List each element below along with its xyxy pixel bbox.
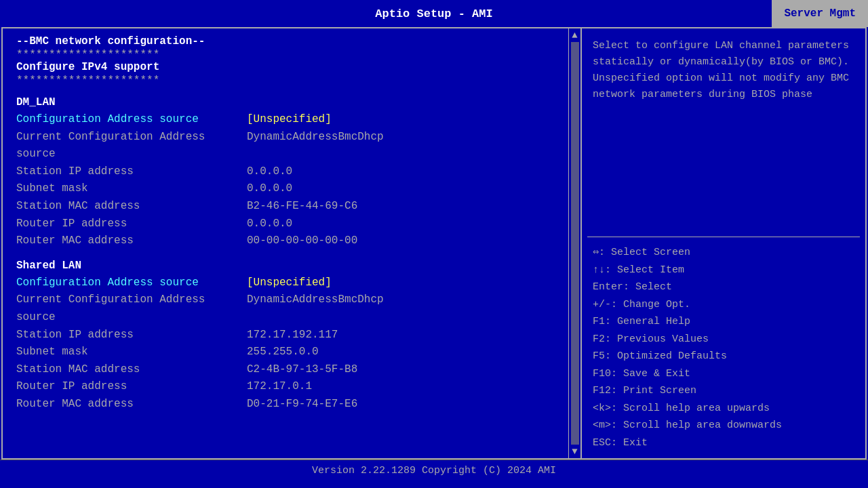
- ipv4-header: Configure IPv4 support: [16, 61, 555, 73]
- right-panel: Select to configure LAN channel paramete…: [580, 28, 865, 458]
- key-entry-0: ⇔: Select Screen: [593, 244, 854, 262]
- dm-lan-label-1: Current Configuration Address: [16, 129, 247, 146]
- main-content: --BMC network configuration-- **********…: [1, 27, 867, 460]
- dm-lan-value-6: 0.0.0.0: [247, 216, 292, 233]
- dm-lan-value-3: 0.0.0.0: [247, 163, 292, 181]
- left-panel: --BMC network configuration-- **********…: [3, 28, 568, 458]
- dm-lan-row-7: Router MAC address00-00-00-00-00-00: [16, 232, 555, 250]
- shared-lan-label-0: Configuration Address source: [16, 274, 247, 292]
- shared-lan-label-6: Router IP address: [16, 378, 247, 396]
- dm-lan-row-3: Station IP address0.0.0.0: [16, 163, 555, 181]
- shared-lan-row-4: Subnet mask255.255.0.0: [16, 344, 555, 361]
- asterisks2: **********************: [16, 75, 555, 87]
- shared-lan-row-2: source: [16, 309, 555, 327]
- key-entry-6: F5: Optimized Defaults: [593, 348, 854, 365]
- dm-lan-rows: Configuration Address source[Unspecified…: [16, 111, 555, 250]
- shared-lan-label-7: Router MAC address: [16, 396, 247, 413]
- key-entry-5: F2: Previous Values: [593, 331, 854, 348]
- shared-lan-row-5: Station MAC addressC2-4B-97-13-5F-B8: [16, 361, 555, 379]
- title-bar: Aptio Setup - AMI Server Mgmt: [0, 0, 868, 27]
- key-entry-1: ↑↓: Select Item: [593, 262, 854, 279]
- key-entry-4: F1: General Help: [593, 313, 854, 331]
- shared-lan-value-4: 255.255.0.0: [247, 344, 319, 361]
- dm-lan-value-0: [Unspecified]: [247, 111, 332, 129]
- title-text: Aptio Setup - AMI: [375, 7, 492, 20]
- shared-lan-value-6: 172.17.0.1: [247, 378, 312, 396]
- shared-lan-value-5: C2-4B-97-13-5F-B8: [247, 361, 357, 379]
- dm-lan-label-6: Router IP address: [16, 216, 247, 233]
- dm-lan-value-4: 0.0.0.0: [247, 180, 292, 198]
- dm-lan-row-1: Current Configuration AddressDynamicAddr…: [16, 129, 555, 146]
- dm-lan-row-0[interactable]: Configuration Address source[Unspecified…: [16, 111, 555, 129]
- scrollbar-up-arrow[interactable]: ▲: [572, 30, 577, 41]
- dm-lan-label-4: Subnet mask: [16, 180, 247, 198]
- bmc-config-header: --BMC network configuration--: [16, 35, 555, 47]
- dm-lan-row-6: Router IP address0.0.0.0: [16, 216, 555, 233]
- footer-text: Version 2.22.1289 Copyright (C) 2024 AMI: [312, 465, 556, 476]
- dm-lan-label-3: Station IP address: [16, 163, 247, 181]
- dm-lan-label-0: Configuration Address source: [16, 111, 247, 129]
- key-entry-11: ESC: Exit: [593, 434, 854, 452]
- shared-lan-row-6: Router IP address172.17.0.1: [16, 378, 555, 396]
- dm-lan-row-5: Station MAC addressB2-46-FE-44-69-C6: [16, 198, 555, 216]
- help-area: Select to configure LAN channel paramete…: [582, 28, 865, 237]
- shared-lan-title: Shared LAN: [16, 260, 555, 272]
- shared-lan-row-1: Current Configuration AddressDynamicAddr…: [16, 291, 555, 309]
- shared-lan-value-7: D0-21-F9-74-E7-E6: [247, 396, 357, 413]
- shared-lan-label-3: Station IP address: [16, 327, 247, 344]
- scrollbar[interactable]: ▲ ▼: [568, 28, 580, 458]
- key-entry-9: <k>: Scroll help area upwards: [593, 400, 854, 418]
- dm-lan-label-2: source: [16, 146, 247, 163]
- shared-lan-row-0[interactable]: Configuration Address source[Unspecified…: [16, 274, 555, 292]
- dm-lan-value-7: 00-00-00-00-00-00: [247, 232, 357, 250]
- shared-lan-row-3: Station IP address172.17.192.117: [16, 327, 555, 344]
- key-entry-3: +/-: Change Opt.: [593, 296, 854, 314]
- dm-lan-row-2: source: [16, 146, 555, 163]
- shared-lan-rows: Configuration Address source[Unspecified…: [16, 274, 555, 413]
- shared-lan-label-5: Station MAC address: [16, 361, 247, 379]
- shared-lan-label-1: Current Configuration Address: [16, 291, 247, 309]
- dm-lan-label-5: Station MAC address: [16, 198, 247, 216]
- asterisks1: **********************: [16, 49, 555, 61]
- shared-lan-value-1: DynamicAddressBmcDhcp: [247, 291, 384, 309]
- dm-lan-value-5: B2-46-FE-44-69-C6: [247, 198, 357, 216]
- shared-lan-value-3: 172.17.192.117: [247, 327, 338, 344]
- key-entry-10: <m>: Scroll help area downwards: [593, 417, 854, 434]
- shared-lan-label-2: source: [16, 309, 247, 327]
- scrollbar-down-arrow[interactable]: ▼: [572, 446, 577, 457]
- server-mgmt-badge: Server Mgmt: [772, 0, 868, 27]
- key-entry-2: Enter: Select: [593, 279, 854, 296]
- dm-lan-value-1: DynamicAddressBmcDhcp: [247, 129, 384, 146]
- key-entry-8: F12: Print Screen: [593, 382, 854, 400]
- shared-lan-row-7: Router MAC addressD0-21-F9-74-E7-E6: [16, 396, 555, 413]
- help-text: Select to configure LAN channel paramete…: [593, 40, 849, 100]
- key-entry-7: F10: Save & Exit: [593, 365, 854, 383]
- dm-lan-title: DM_LAN: [16, 96, 555, 108]
- dm-lan-label-7: Router MAC address: [16, 232, 247, 250]
- shared-lan-value-0: [Unspecified]: [247, 274, 332, 292]
- keys-area: ⇔: Select Screen↑↓: Select ItemEnter: Se…: [582, 237, 865, 458]
- scrollbar-track: [571, 42, 579, 445]
- dm-lan-row-4: Subnet mask0.0.0.0: [16, 180, 555, 198]
- footer: Version 2.22.1289 Copyright (C) 2024 AMI: [0, 460, 868, 481]
- shared-lan-label-4: Subnet mask: [16, 344, 247, 361]
